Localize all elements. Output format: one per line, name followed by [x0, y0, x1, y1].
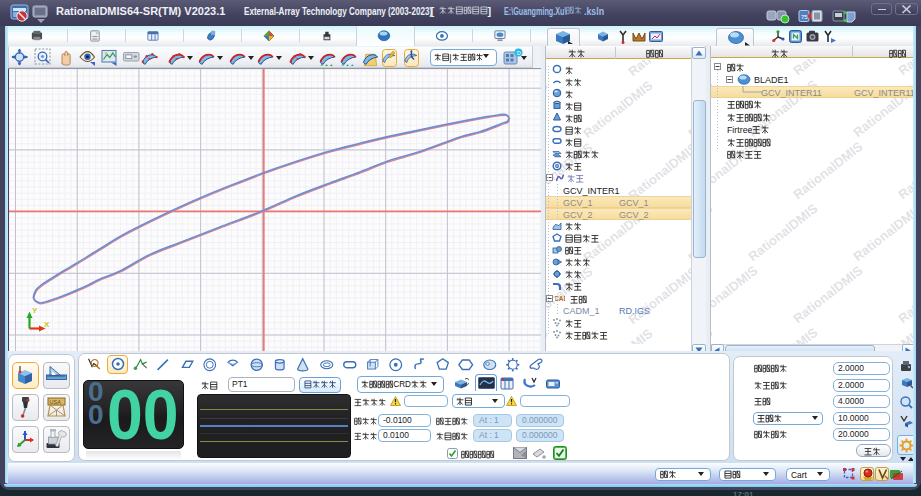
svg-text:Y: Y	[32, 306, 38, 315]
svg-text:USA: USA	[50, 399, 62, 405]
svg-text:CAD: CAD	[555, 295, 565, 302]
svg-text:75: 75	[801, 14, 808, 20]
svg-text:X: X	[44, 320, 50, 329]
